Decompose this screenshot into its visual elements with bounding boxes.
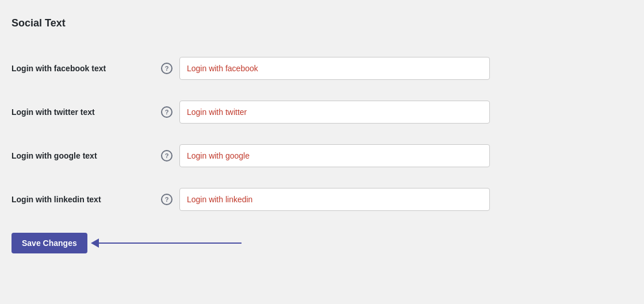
form-rows: Login with facebook text ? Login with tw… — [12, 47, 632, 221]
google-row: Login with google text ? — [12, 134, 632, 178]
facebook-row: Login with facebook text ? — [12, 47, 632, 90]
facebook-help-icon[interactable]: ? — [161, 63, 172, 74]
arrow-line — [92, 243, 241, 244]
linkedin-row: Login with linkedin text ? — [12, 178, 632, 221]
google-label: Login with google text — [12, 151, 161, 160]
save-button[interactable]: Save Changes — [12, 233, 87, 253]
page-title: Social Text — [12, 17, 632, 29]
linkedin-input[interactable] — [179, 188, 490, 211]
facebook-label: Login with facebook text — [12, 64, 161, 73]
twitter-row: Login with twitter text ? — [12, 90, 632, 134]
linkedin-help-icon[interactable]: ? — [161, 194, 172, 205]
facebook-input[interactable] — [179, 57, 490, 80]
google-help-icon[interactable]: ? — [161, 150, 172, 161]
linkedin-label: Login with linkedin text — [12, 195, 161, 204]
twitter-label: Login with twitter text — [12, 107, 161, 117]
google-input[interactable] — [179, 144, 490, 167]
twitter-input[interactable] — [179, 101, 490, 124]
arrow-container — [92, 243, 241, 244]
twitter-help-icon[interactable]: ? — [161, 106, 172, 118]
page-container: Social Text Login with facebook text ? L… — [0, 0, 644, 265]
save-section: Save Changes — [12, 233, 632, 253]
